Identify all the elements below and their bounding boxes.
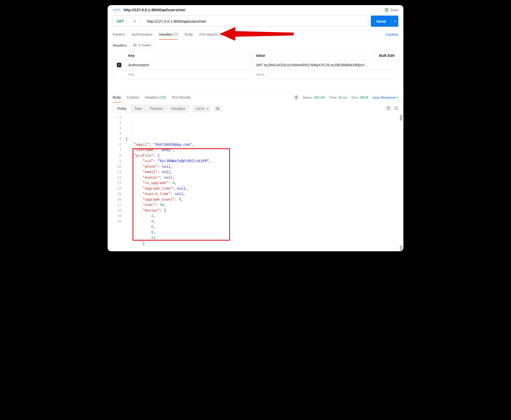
- method-label: GET: [117, 19, 124, 23]
- tab-body[interactable]: Body: [185, 30, 193, 40]
- search-button[interactable]: [394, 106, 398, 111]
- scrollbar[interactable]: [400, 115, 402, 251]
- tab-authorization[interactable]: Authorization: [132, 30, 152, 40]
- time-value: 15 ms: [338, 96, 347, 99]
- mode-visualize[interactable]: Visualize: [167, 105, 189, 112]
- resp-tab-headers[interactable]: Headers (10): [145, 92, 166, 102]
- svg-rect-0: [385, 8, 388, 11]
- send-dropdown[interactable]: ▾: [391, 16, 398, 27]
- status-label: Status:: [302, 96, 313, 99]
- save-response-label: Save Response: [372, 96, 396, 99]
- wrap-icon: [216, 107, 220, 111]
- format-select[interactable]: JSON ▾: [192, 105, 211, 112]
- send-button[interactable]: Send: [371, 16, 391, 27]
- status-value: 200 OK: [314, 96, 325, 99]
- app-window: HTTP http://127.0.0.1:8000/api/users/me/…: [108, 5, 403, 251]
- size-value: 569 B: [360, 96, 368, 99]
- svg-point-5: [395, 107, 397, 109]
- copy-button[interactable]: [387, 106, 391, 111]
- tab-prerequest[interactable]: Pre-request Script: [199, 30, 228, 40]
- save-label: Save: [390, 8, 398, 12]
- bulk-edit-button[interactable]: Bulk Edit: [375, 51, 398, 60]
- request-tabs: Params Authorization Headers (7) Body Pr…: [108, 30, 403, 40]
- header-checkbox[interactable]: ✓: [117, 63, 121, 67]
- tab-params[interactable]: Params: [113, 30, 125, 40]
- eye-icon: [133, 43, 137, 47]
- col-value: Value: [253, 51, 375, 60]
- copy-icon: [387, 106, 391, 110]
- header-key-placeholder[interactable]: Key: [125, 70, 253, 79]
- cookies-link[interactable]: Cookies: [385, 30, 398, 40]
- response-body: 1234567891011121314151617181920 { "email…: [108, 115, 403, 251]
- url-input[interactable]: [139, 16, 368, 27]
- hidden-headers-toggle[interactable]: 6 hidden: [130, 42, 154, 48]
- request-title: http://127.0.0.1:8000/api/users/me/: [124, 8, 186, 12]
- resp-tab-body[interactable]: Body: [113, 92, 121, 102]
- titlebar: HTTP http://127.0.0.1:8000/api/users/me/…: [108, 5, 403, 15]
- json-code[interactable]: { "email": "694798056@qq.com", "username…: [125, 115, 398, 246]
- response-bar: Body Cookies Headers (10) Test Results S…: [108, 92, 403, 102]
- mode-raw[interactable]: Raw: [131, 105, 146, 112]
- save-icon: [385, 8, 389, 12]
- tab-headers-count: (7): [174, 32, 178, 36]
- search-icon: [394, 106, 398, 110]
- time-label: Time:: [329, 96, 337, 99]
- http-icon: HTTP: [113, 8, 121, 12]
- svg-rect-4: [388, 108, 390, 110]
- table-row: ✓ Authorization JWT eyJhbGciOiJIUzI1NiIs…: [113, 60, 398, 70]
- headers-table: Key Value Bulk Edit ✓ Authorization JWT …: [108, 51, 403, 79]
- svg-rect-1: [386, 10, 387, 11]
- chevron-down-icon: ▾: [134, 20, 136, 23]
- method-select[interactable]: GET ▾: [113, 16, 139, 27]
- chevron-down-icon: ▾: [397, 96, 398, 99]
- resp-tab-headers-count: (10): [159, 95, 166, 99]
- table-row-empty: Key Value: [113, 70, 398, 79]
- line-numbers: 1234567891011121314151617181920: [113, 115, 125, 246]
- tab-headers[interactable]: Headers (7): [159, 30, 178, 40]
- resp-tab-test-results[interactable]: Test Results: [171, 92, 191, 102]
- request-row: GET ▾ Send ▾: [108, 15, 403, 30]
- mode-pretty[interactable]: Pretty: [113, 105, 131, 112]
- globe-icon[interactable]: [294, 95, 298, 99]
- header-key-cell[interactable]: Authorization: [125, 60, 253, 70]
- table-header-row: Key Value Bulk Edit: [113, 51, 398, 60]
- chevron-down-icon: ▾: [207, 107, 208, 110]
- tab-tests[interactable]: Tests: [235, 30, 243, 40]
- save-button[interactable]: Save: [385, 8, 398, 12]
- save-response-button[interactable]: Save Response ▾: [372, 96, 398, 99]
- resp-tab-cookies[interactable]: Cookies: [126, 92, 139, 102]
- hidden-label: 6 hidden: [138, 43, 151, 47]
- svg-point-2: [135, 45, 136, 46]
- tab-headers-label: Headers: [159, 32, 173, 36]
- mode-preview[interactable]: Preview: [146, 105, 167, 112]
- view-bar: Pretty Raw Preview Visualize JSON ▾: [108, 102, 403, 115]
- resp-tab-headers-label: Headers: [145, 95, 159, 99]
- headers-label: Headers: [113, 43, 127, 47]
- headers-bar: Headers 6 hidden: [108, 40, 403, 51]
- tab-settings[interactable]: Settings: [250, 30, 263, 40]
- header-value-cell[interactable]: JWT eyJhbGciOiJIUzI1NiIsInR5cCI6IkpXVCJ9…: [253, 60, 398, 70]
- header-value-placeholder[interactable]: Value: [253, 70, 398, 79]
- size-label: Size:: [351, 96, 359, 99]
- col-key: Key: [125, 51, 253, 60]
- format-label: JSON: [195, 107, 204, 111]
- wrap-button[interactable]: [214, 105, 222, 112]
